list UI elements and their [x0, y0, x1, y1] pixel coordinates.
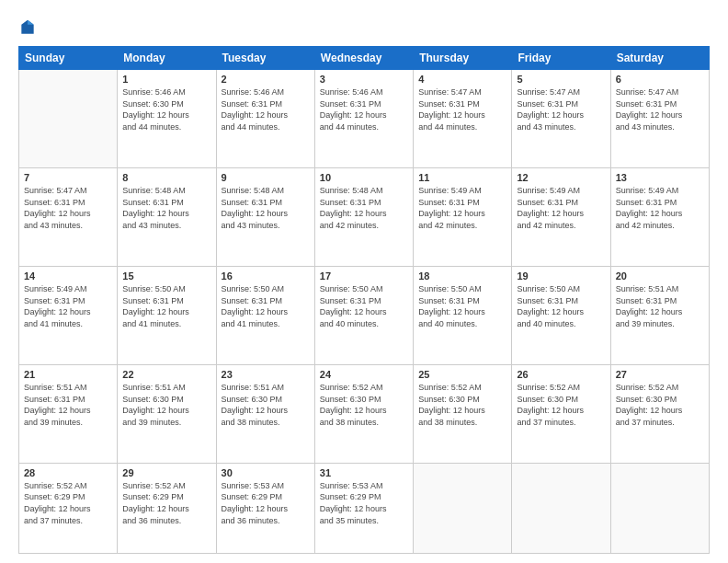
cell-content: Sunrise: 5:46 AM Sunset: 6:31 PM Dayligh…: [320, 86, 408, 132]
day-number: 21: [24, 369, 112, 380]
calendar-cell: 15Sunrise: 5:50 AM Sunset: 6:31 PM Dayli…: [118, 266, 216, 364]
day-number: 28: [24, 467, 112, 478]
day-number: 16: [222, 270, 310, 282]
cell-content: Sunrise: 5:47 AM Sunset: 6:31 PM Dayligh…: [24, 185, 112, 231]
day-number: 3: [320, 74, 408, 85]
calendar-cell: 31Sunrise: 5:53 AM Sunset: 6:29 PM Dayli…: [314, 463, 413, 553]
day-number: 14: [24, 270, 112, 282]
cell-content: Sunrise: 5:49 AM Sunset: 6:31 PM Dayligh…: [616, 185, 704, 231]
day-header-sunday: Sunday: [19, 47, 118, 70]
calendar-cell: 23Sunrise: 5:51 AM Sunset: 6:30 PM Dayli…: [216, 364, 314, 463]
calendar-cell: 21Sunrise: 5:51 AM Sunset: 6:31 PM Dayli…: [19, 364, 118, 463]
day-header-tuesday: Tuesday: [216, 47, 314, 70]
day-number: 31: [320, 467, 408, 478]
calendar-cell: 16Sunrise: 5:50 AM Sunset: 6:31 PM Dayli…: [216, 266, 314, 364]
calendar-cell: 11Sunrise: 5:49 AM Sunset: 6:31 PM Dayli…: [414, 167, 512, 266]
calendar-cell: 27Sunrise: 5:52 AM Sunset: 6:30 PM Dayli…: [610, 364, 709, 463]
cell-content: Sunrise: 5:52 AM Sunset: 6:30 PM Dayligh…: [418, 382, 506, 428]
cell-content: Sunrise: 5:50 AM Sunset: 6:31 PM Dayligh…: [222, 283, 310, 329]
day-number: 29: [122, 467, 210, 478]
calendar-cell: 26Sunrise: 5:52 AM Sunset: 6:30 PM Dayli…: [512, 364, 610, 463]
day-number: 8: [122, 172, 210, 183]
day-number: 12: [517, 172, 605, 183]
calendar-cell: 2Sunrise: 5:46 AM Sunset: 6:31 PM Daylig…: [216, 70, 314, 168]
cell-content: Sunrise: 5:49 AM Sunset: 6:31 PM Dayligh…: [24, 283, 112, 329]
day-number: 6: [616, 74, 704, 85]
day-number: 10: [320, 172, 408, 183]
calendar-cell: 18Sunrise: 5:50 AM Sunset: 6:31 PM Dayli…: [414, 266, 512, 364]
calendar-cell: 8Sunrise: 5:48 AM Sunset: 6:31 PM Daylig…: [118, 167, 216, 266]
cell-content: Sunrise: 5:52 AM Sunset: 6:29 PM Dayligh…: [122, 480, 210, 526]
day-number: 20: [616, 270, 704, 282]
cell-content: Sunrise: 5:50 AM Sunset: 6:31 PM Dayligh…: [418, 283, 506, 329]
calendar-table: SundayMondayTuesdayWednesdayThursdayFrid…: [18, 46, 710, 554]
calendar-cell: 14Sunrise: 5:49 AM Sunset: 6:31 PM Dayli…: [19, 266, 118, 364]
cell-content: Sunrise: 5:50 AM Sunset: 6:31 PM Dayligh…: [517, 283, 605, 329]
cell-content: Sunrise: 5:48 AM Sunset: 6:31 PM Dayligh…: [122, 185, 210, 231]
day-header-saturday: Saturday: [610, 47, 709, 70]
cell-content: Sunrise: 5:52 AM Sunset: 6:29 PM Dayligh…: [24, 480, 112, 526]
calendar-cell: 28Sunrise: 5:52 AM Sunset: 6:29 PM Dayli…: [19, 463, 118, 553]
day-number: 25: [418, 369, 506, 380]
day-number: 30: [222, 467, 310, 478]
calendar-cell: 29Sunrise: 5:52 AM Sunset: 6:29 PM Dayli…: [118, 463, 216, 553]
calendar-cell: 3Sunrise: 5:46 AM Sunset: 6:31 PM Daylig…: [314, 70, 413, 168]
days-header-row: SundayMondayTuesdayWednesdayThursdayFrid…: [19, 47, 710, 70]
cell-content: Sunrise: 5:49 AM Sunset: 6:31 PM Dayligh…: [517, 185, 605, 231]
cell-content: Sunrise: 5:52 AM Sunset: 6:30 PM Dayligh…: [517, 382, 605, 428]
cell-content: Sunrise: 5:52 AM Sunset: 6:30 PM Dayligh…: [616, 382, 704, 428]
header: [18, 18, 710, 37]
cell-content: Sunrise: 5:53 AM Sunset: 6:29 PM Dayligh…: [222, 480, 310, 526]
cell-content: Sunrise: 5:50 AM Sunset: 6:31 PM Dayligh…: [320, 283, 408, 329]
cell-content: Sunrise: 5:53 AM Sunset: 6:29 PM Dayligh…: [320, 480, 408, 526]
calendar-cell: [19, 70, 118, 168]
day-number: 4: [418, 74, 506, 85]
calendar-cell: 12Sunrise: 5:49 AM Sunset: 6:31 PM Dayli…: [512, 167, 610, 266]
calendar-cell: [414, 463, 512, 553]
calendar-cell: 9Sunrise: 5:48 AM Sunset: 6:31 PM Daylig…: [216, 167, 314, 266]
week-row-1: 1Sunrise: 5:46 AM Sunset: 6:30 PM Daylig…: [19, 70, 710, 168]
week-row-3: 14Sunrise: 5:49 AM Sunset: 6:31 PM Dayli…: [19, 266, 710, 364]
day-number: 9: [222, 172, 310, 183]
cell-content: Sunrise: 5:51 AM Sunset: 6:30 PM Dayligh…: [122, 382, 210, 428]
day-number: 5: [517, 74, 605, 85]
calendar-cell: 4Sunrise: 5:47 AM Sunset: 6:31 PM Daylig…: [414, 70, 512, 168]
day-header-monday: Monday: [118, 47, 216, 70]
day-number: 22: [122, 369, 210, 380]
cell-content: Sunrise: 5:46 AM Sunset: 6:31 PM Dayligh…: [222, 86, 310, 132]
cell-content: Sunrise: 5:48 AM Sunset: 6:31 PM Dayligh…: [320, 185, 408, 231]
cell-content: Sunrise: 5:50 AM Sunset: 6:31 PM Dayligh…: [122, 283, 210, 329]
day-number: 7: [24, 172, 112, 183]
logo-icon: [18, 18, 37, 37]
day-header-thursday: Thursday: [414, 47, 512, 70]
calendar-cell: 22Sunrise: 5:51 AM Sunset: 6:30 PM Dayli…: [118, 364, 216, 463]
day-number: 13: [616, 172, 704, 183]
calendar-cell: 13Sunrise: 5:49 AM Sunset: 6:31 PM Dayli…: [610, 167, 709, 266]
day-number: 11: [418, 172, 506, 183]
day-number: 24: [320, 369, 408, 380]
day-number: 1: [122, 74, 210, 85]
calendar-cell: 17Sunrise: 5:50 AM Sunset: 6:31 PM Dayli…: [314, 266, 413, 364]
day-number: 23: [222, 369, 310, 380]
week-row-2: 7Sunrise: 5:47 AM Sunset: 6:31 PM Daylig…: [19, 167, 710, 266]
calendar-cell: 30Sunrise: 5:53 AM Sunset: 6:29 PM Dayli…: [216, 463, 314, 553]
calendar-cell: 25Sunrise: 5:52 AM Sunset: 6:30 PM Dayli…: [414, 364, 512, 463]
page: SundayMondayTuesdayWednesdayThursdayFrid…: [0, 0, 728, 563]
cell-content: Sunrise: 5:49 AM Sunset: 6:31 PM Dayligh…: [418, 185, 506, 231]
cell-content: Sunrise: 5:47 AM Sunset: 6:31 PM Dayligh…: [616, 86, 704, 132]
calendar-cell: [610, 463, 709, 553]
day-number: 15: [122, 270, 210, 282]
calendar-cell: 5Sunrise: 5:47 AM Sunset: 6:31 PM Daylig…: [512, 70, 610, 168]
day-number: 27: [616, 369, 704, 380]
cell-content: Sunrise: 5:51 AM Sunset: 6:31 PM Dayligh…: [616, 283, 704, 329]
calendar-cell: 6Sunrise: 5:47 AM Sunset: 6:31 PM Daylig…: [610, 70, 709, 168]
day-number: 2: [222, 74, 310, 85]
cell-content: Sunrise: 5:48 AM Sunset: 6:31 PM Dayligh…: [222, 185, 310, 231]
cell-content: Sunrise: 5:47 AM Sunset: 6:31 PM Dayligh…: [517, 86, 605, 132]
day-header-friday: Friday: [512, 47, 610, 70]
day-header-wednesday: Wednesday: [314, 47, 413, 70]
calendar-cell: 7Sunrise: 5:47 AM Sunset: 6:31 PM Daylig…: [19, 167, 118, 266]
calendar-cell: 1Sunrise: 5:46 AM Sunset: 6:30 PM Daylig…: [118, 70, 216, 168]
cell-content: Sunrise: 5:46 AM Sunset: 6:30 PM Dayligh…: [122, 86, 210, 132]
calendar-cell: 19Sunrise: 5:50 AM Sunset: 6:31 PM Dayli…: [512, 266, 610, 364]
